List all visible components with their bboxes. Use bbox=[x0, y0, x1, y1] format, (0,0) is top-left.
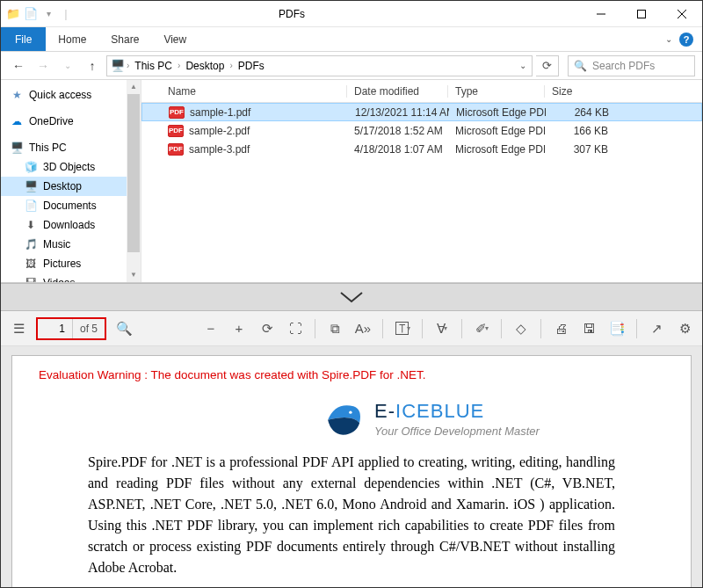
cloud-icon: ☁ bbox=[10, 115, 24, 127]
sidebar-desktop[interactable]: 🖥️Desktop bbox=[1, 177, 141, 196]
breadcrumb-sep: › bbox=[127, 61, 129, 70]
rotate-icon[interactable]: ⟳ bbox=[257, 318, 278, 339]
forward-button[interactable]: → bbox=[33, 55, 54, 76]
search-icon: 🔍 bbox=[574, 60, 587, 72]
sidebar-videos[interactable]: 🎞Videos bbox=[1, 273, 141, 282]
erase-icon[interactable]: ◇ bbox=[511, 318, 532, 339]
logo-block: E-ICEBLUE Your Office Development Master bbox=[197, 397, 664, 439]
sidebar-downloads[interactable]: ⬇Downloads bbox=[1, 215, 141, 235]
up-button[interactable]: ↑ bbox=[82, 55, 103, 76]
chevron-down-icon bbox=[339, 291, 364, 303]
file-name: sample-1.pdf bbox=[190, 106, 250, 119]
brand-text: E-ICEBLUE bbox=[374, 400, 540, 423]
zoom-in-icon[interactable]: + bbox=[228, 318, 250, 339]
video-icon: 🎞 bbox=[24, 277, 38, 282]
page-total: of 5 bbox=[73, 323, 105, 335]
breadcrumb-pdfs[interactable]: PDFs bbox=[235, 60, 268, 72]
back-button[interactable]: ← bbox=[8, 55, 29, 76]
search-input[interactable]: 🔍 Search PDFs bbox=[568, 55, 695, 76]
contents-icon[interactable]: ☰ bbox=[8, 318, 29, 339]
page-input[interactable]: 1 bbox=[38, 319, 73, 338]
share-icon[interactable]: ↗ bbox=[646, 318, 667, 339]
file-list[interactable]: Name Date modified Type Size PDFsample-1… bbox=[141, 80, 702, 282]
file-date: 4/18/2018 1:07 AM bbox=[347, 143, 448, 156]
document-icon: 📄 bbox=[24, 200, 38, 212]
refresh-button[interactable]: ⟳ bbox=[536, 55, 559, 76]
address-bar: ← → ⌄ ↑ 🖥️ › This PC › Desktop › PDFs ⌄ … bbox=[1, 52, 702, 80]
sidebar-3dobjects[interactable]: 🧊3D Objects bbox=[1, 157, 141, 177]
eiceblue-logo-icon bbox=[322, 397, 367, 439]
explorer-body: ★Quick access ☁OneDrive 🖥️This PC 🧊3D Ob… bbox=[1, 80, 702, 283]
save-as-icon[interactable]: 📑 bbox=[606, 318, 627, 339]
scroll-thumb[interactable] bbox=[127, 94, 140, 252]
cube-icon: 🧊 bbox=[24, 161, 38, 173]
save-icon[interactable]: 🖫 bbox=[578, 318, 599, 339]
help-icon[interactable]: ? bbox=[679, 33, 693, 47]
column-headers: Name Date modified Type Size bbox=[141, 80, 702, 103]
monitor-icon: 🖥️ bbox=[111, 59, 125, 72]
file-size: 166 KB bbox=[545, 125, 615, 137]
close-button[interactable] bbox=[662, 1, 702, 27]
page-indicator: 1 of 5 bbox=[36, 317, 106, 340]
pdf-viewport[interactable]: Evaluation Warning : The document was cr… bbox=[1, 346, 702, 588]
maximize-button[interactable] bbox=[621, 1, 662, 27]
tab-view[interactable]: View bbox=[151, 27, 199, 51]
pdf-icon: PDF bbox=[169, 106, 185, 119]
page-view-icon[interactable]: ⧉ bbox=[324, 318, 345, 339]
sidebar-music[interactable]: 🎵Music bbox=[1, 235, 141, 254]
read-aloud-icon[interactable]: A» bbox=[352, 318, 373, 339]
column-type[interactable]: Type bbox=[448, 85, 545, 98]
window-title: PDFs bbox=[3, 8, 581, 20]
file-row[interactable]: PDFsample-2.pdf5/17/2018 1:52 AMMicrosof… bbox=[141, 121, 702, 140]
settings-icon[interactable]: ⚙ bbox=[674, 318, 695, 339]
print-icon[interactable]: 🖨 bbox=[550, 318, 571, 339]
sidebar-scrollbar[interactable]: ▲ ▼ bbox=[127, 80, 141, 282]
sidebar-onedrive[interactable]: ☁OneDrive bbox=[1, 112, 141, 131]
minimize-button[interactable] bbox=[581, 1, 621, 27]
breadcrumb-dropdown-icon[interactable]: ⌄ bbox=[519, 61, 526, 70]
file-size: 264 KB bbox=[546, 106, 616, 119]
text-tool-icon[interactable]: 🅃▾ bbox=[392, 318, 413, 339]
svg-point-4 bbox=[349, 410, 352, 413]
titlebar: 📁 📄 ▾ | PDFs bbox=[1, 1, 702, 27]
file-tab[interactable]: File bbox=[1, 27, 46, 51]
sidebar-pictures[interactable]: 🖼Pictures bbox=[1, 254, 141, 273]
pdf-page: Evaluation Warning : The document was cr… bbox=[11, 355, 692, 588]
scroll-down-icon[interactable]: ▼ bbox=[130, 268, 137, 282]
evaluation-warning: Evaluation Warning : The document was cr… bbox=[39, 368, 664, 381]
zoom-out-icon[interactable]: − bbox=[200, 318, 221, 339]
column-name[interactable]: Name bbox=[161, 85, 347, 98]
svg-rect-1 bbox=[638, 10, 646, 18]
ribbon-expand-icon[interactable]: ⌄ bbox=[665, 34, 672, 44]
sidebar-quickaccess[interactable]: ★Quick access bbox=[1, 85, 141, 105]
navigation-pane[interactable]: ★Quick access ☁OneDrive 🖥️This PC 🧊3D Ob… bbox=[1, 80, 141, 282]
column-date[interactable]: Date modified bbox=[347, 85, 448, 98]
fit-page-icon[interactable]: ⛶ bbox=[285, 318, 306, 339]
file-date: 12/13/2021 11:14 AM bbox=[348, 106, 449, 119]
sidebar-documents[interactable]: 📄Documents bbox=[1, 196, 141, 215]
recent-dropdown[interactable]: ⌄ bbox=[57, 55, 78, 76]
breadcrumb[interactable]: 🖥️ › This PC › Desktop › PDFs ⌄ bbox=[106, 55, 533, 76]
file-row[interactable]: PDFsample-1.pdf12/13/2021 11:14 AMMicros… bbox=[141, 103, 702, 121]
music-icon: 🎵 bbox=[24, 238, 38, 250]
breadcrumb-thispc[interactable]: This PC bbox=[131, 60, 176, 72]
scroll-up-icon[interactable]: ▲ bbox=[130, 80, 137, 94]
highlight-tool-icon[interactable]: ✐▾ bbox=[471, 318, 492, 339]
draw-tool-icon[interactable]: ∀▾ bbox=[431, 318, 453, 339]
star-icon: ★ bbox=[10, 89, 24, 101]
search-placeholder: Search PDFs bbox=[592, 60, 655, 72]
file-row[interactable]: PDFsample-3.pdf4/18/2018 1:07 AMMicrosof… bbox=[141, 140, 702, 158]
file-type: Microsoft Edge PDF ... bbox=[448, 143, 545, 156]
tab-home[interactable]: Home bbox=[46, 27, 98, 51]
tab-share[interactable]: Share bbox=[98, 27, 151, 51]
file-name: sample-2.pdf bbox=[189, 125, 250, 137]
file-type: Microsoft Edge PDF ... bbox=[449, 106, 546, 119]
preview-divider[interactable] bbox=[1, 283, 702, 311]
desktop-icon: 🖥️ bbox=[24, 180, 38, 192]
pdf-body-text: Spire.PDF for .NET is a professional PDF… bbox=[39, 452, 664, 578]
column-size[interactable]: Size bbox=[545, 85, 615, 98]
search-pdf-icon[interactable]: 🔍 bbox=[113, 318, 134, 339]
pictures-icon: 🖼 bbox=[24, 258, 38, 270]
sidebar-thispc[interactable]: 🖥️This PC bbox=[1, 138, 141, 157]
breadcrumb-desktop[interactable]: Desktop bbox=[182, 60, 228, 72]
